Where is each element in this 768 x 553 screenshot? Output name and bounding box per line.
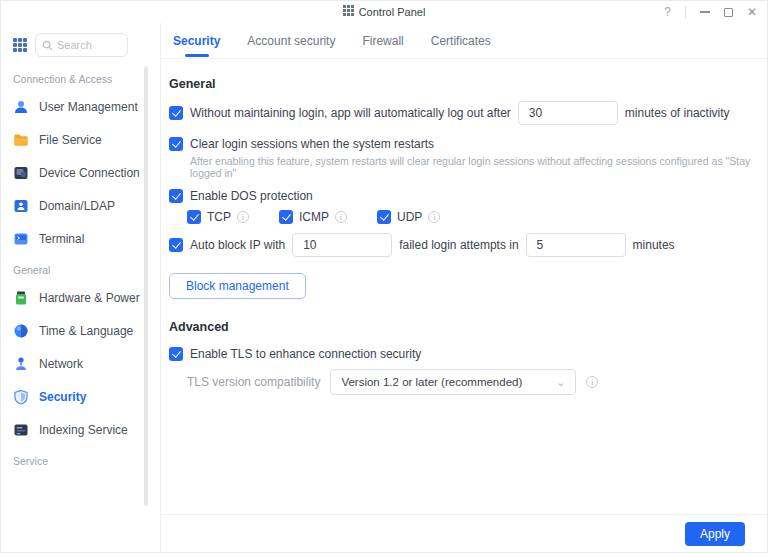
section-label-connection-access: Connection & Access — [13, 73, 160, 85]
tls-version-value: Version 1.2 or later (recommended) — [341, 376, 522, 388]
sidebar-item-user-management[interactable]: User Management — [13, 99, 160, 116]
auto-block-checkbox[interactable] — [169, 238, 183, 252]
user-icon — [13, 99, 29, 115]
clear-sessions-checkbox[interactable] — [169, 137, 183, 151]
close-icon[interactable]: ✕ — [747, 6, 757, 18]
titlebar: Control Panel ? ✕ — [1, 1, 767, 23]
sidebar-item-domain-ldap[interactable]: Domain/LDAP — [13, 198, 160, 215]
window-title: Control Panel — [359, 6, 426, 18]
sidebar-item-label: Security — [39, 389, 86, 406]
sidebar-item-security[interactable]: Security — [13, 389, 160, 406]
auto-logout-minutes-input[interactable] — [518, 101, 618, 125]
sidebar-scrollbar[interactable] — [144, 66, 148, 506]
clear-sessions-label: Clear login sessions when the system res… — [190, 137, 434, 151]
udp-checkbox[interactable] — [377, 210, 391, 224]
auto-logout-checkbox[interactable] — [169, 106, 183, 120]
search-icon — [42, 40, 53, 51]
sidebar-item-label: Time & Language — [39, 323, 133, 340]
general-heading: General — [169, 77, 755, 91]
auto-block-row: Auto block IP with failed login attempts… — [169, 233, 755, 257]
device-icon — [13, 165, 29, 181]
tls-version-row: TLS version compatibility Version 1.2 or… — [187, 369, 755, 395]
sidebar-item-indexing-service[interactable]: Indexing Service — [13, 422, 160, 439]
domain-icon — [13, 198, 29, 214]
auto-logout-label-after: minutes of inactivity — [625, 106, 730, 120]
auto-block-label-middle: failed login attempts in — [399, 238, 518, 252]
apply-button[interactable]: Apply — [685, 522, 745, 546]
block-management-button[interactable]: Block management — [169, 273, 306, 299]
protocol-udp: UDP i — [377, 210, 440, 224]
auto-block-attempts-input[interactable] — [292, 233, 392, 257]
tcp-label: TCP — [207, 210, 231, 224]
titlebar-divider — [685, 6, 686, 18]
protocol-tcp: TCP i — [187, 210, 249, 224]
tab-account-security[interactable]: Account security — [247, 23, 335, 59]
sidebar-item-label: Hardware & Power — [39, 290, 140, 307]
battery-icon — [13, 290, 29, 306]
search-box[interactable] — [35, 33, 128, 57]
security-settings-content: General Without maintaining login, app w… — [161, 59, 767, 514]
window-grid-icon — [343, 5, 354, 19]
tab-certificates[interactable]: Certificates — [431, 23, 491, 59]
enable-tls-label: Enable TLS to enhance connection securit… — [190, 347, 421, 361]
sidebar-item-label: User Management — [39, 99, 138, 116]
section-label-general: General — [13, 264, 160, 276]
sidebar: Connection & Access User Management File… — [1, 23, 161, 552]
icmp-label: ICMP — [299, 210, 329, 224]
tls-version-dropdown[interactable]: Version 1.2 or later (recommended) ⌄ — [330, 369, 576, 395]
sidebar-item-label: File Service — [39, 132, 102, 149]
udp-info-icon[interactable]: i — [428, 211, 440, 223]
tcp-checkbox[interactable] — [187, 210, 201, 224]
enable-tls-checkbox[interactable] — [169, 347, 183, 361]
sidebar-item-label: Terminal — [39, 231, 84, 248]
folder-icon — [13, 132, 29, 148]
terminal-icon — [13, 231, 29, 247]
dos-protocols-row: TCP i ICMP i UDP i — [187, 210, 755, 224]
advanced-heading: Advanced — [169, 320, 755, 334]
sidebar-item-network[interactable]: Network — [13, 356, 160, 373]
control-panel-window: Control Panel ? ✕ Connection & Access — [0, 0, 768, 553]
main-panel: Security Account security Firewall Certi… — [161, 23, 767, 552]
shield-icon — [13, 389, 29, 405]
icmp-info-icon[interactable]: i — [335, 211, 347, 223]
sidebar-item-terminal[interactable]: Terminal — [13, 231, 160, 248]
search-input[interactable] — [57, 39, 117, 51]
minimize-icon[interactable] — [700, 11, 710, 13]
clear-sessions-description: After enabling this feature, system rest… — [190, 155, 755, 179]
enable-tls-row: Enable TLS to enhance connection securit… — [169, 347, 755, 361]
clear-sessions-row: Clear login sessions when the system res… — [169, 137, 755, 179]
network-icon — [13, 356, 29, 372]
sidebar-nav: Connection & Access User Management File… — [1, 73, 160, 467]
auto-block-label-after: minutes — [633, 238, 675, 252]
dos-protection-row: Enable DOS protection — [169, 189, 755, 203]
sidebar-item-label: Network — [39, 356, 83, 373]
sidebar-item-device-connection[interactable]: Device Connection — [13, 165, 160, 182]
globe-icon — [13, 323, 29, 339]
dos-protection-label: Enable DOS protection — [190, 189, 313, 203]
auto-block-label-before: Auto block IP with — [190, 238, 285, 252]
chevron-down-icon: ⌄ — [556, 376, 565, 389]
auto-block-minutes-input[interactable] — [526, 233, 626, 257]
maximize-icon[interactable] — [724, 8, 733, 17]
tls-info-icon[interactable]: i — [586, 376, 598, 388]
footer-bar: Apply — [161, 514, 767, 552]
auto-logout-label-before: Without maintaining login, app will auto… — [190, 106, 511, 120]
sidebar-item-label: Domain/LDAP — [39, 198, 115, 215]
dos-protection-checkbox[interactable] — [169, 189, 183, 203]
tab-security[interactable]: Security — [173, 23, 220, 59]
sidebar-item-label: Device Connection — [39, 165, 140, 182]
indexing-icon — [13, 422, 29, 438]
tcp-info-icon[interactable]: i — [237, 211, 249, 223]
section-label-service: Service — [13, 455, 160, 467]
help-icon[interactable]: ? — [664, 5, 671, 19]
sidebar-item-label: Indexing Service — [39, 422, 128, 439]
sidebar-item-hardware-power[interactable]: Hardware & Power — [13, 290, 160, 307]
icmp-checkbox[interactable] — [279, 210, 293, 224]
protocol-icmp: ICMP i — [279, 210, 347, 224]
tls-version-label: TLS version compatibility — [187, 375, 320, 389]
udp-label: UDP — [397, 210, 422, 224]
apps-grid-icon[interactable] — [13, 38, 27, 52]
sidebar-item-file-service[interactable]: File Service — [13, 132, 160, 149]
sidebar-item-time-language[interactable]: Time & Language — [13, 323, 160, 340]
tab-firewall[interactable]: Firewall — [362, 23, 403, 59]
